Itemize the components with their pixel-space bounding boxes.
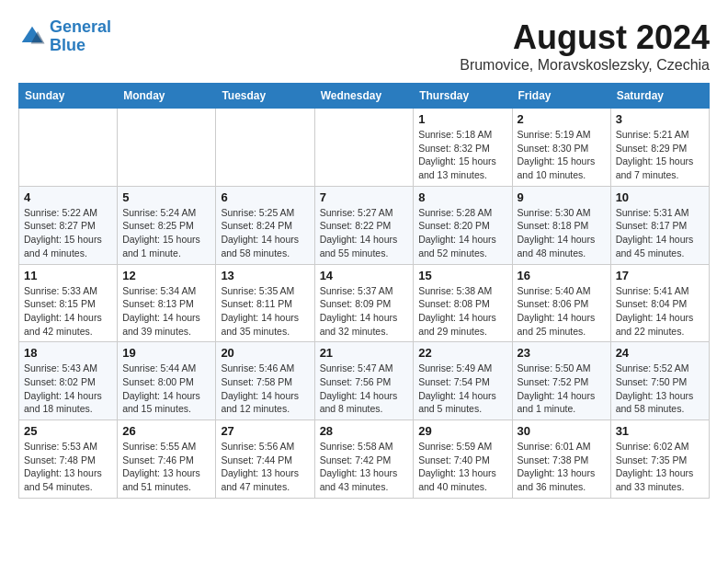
day-cell: 26Sunrise: 5:55 AM Sunset: 7:46 PM Dayli… bbox=[118, 420, 216, 499]
day-header-thursday: Thursday bbox=[414, 84, 512, 109]
day-info: Sunrise: 5:25 AM Sunset: 8:24 PM Dayligh… bbox=[221, 206, 309, 260]
day-cell bbox=[314, 109, 414, 187]
day-cell: 1Sunrise: 5:18 AM Sunset: 8:32 PM Daylig… bbox=[414, 109, 512, 187]
day-info: Sunrise: 5:21 AM Sunset: 8:29 PM Dayligh… bbox=[616, 128, 704, 182]
day-cell: 28Sunrise: 5:58 AM Sunset: 7:42 PM Dayli… bbox=[314, 420, 414, 499]
week-row-3: 11Sunrise: 5:33 AM Sunset: 8:15 PM Dayli… bbox=[19, 264, 710, 342]
day-info: Sunrise: 5:56 AM Sunset: 7:44 PM Dayligh… bbox=[221, 440, 309, 494]
day-info: Sunrise: 5:43 AM Sunset: 8:02 PM Dayligh… bbox=[24, 362, 112, 416]
day-info: Sunrise: 5:19 AM Sunset: 8:30 PM Dayligh… bbox=[518, 128, 606, 182]
day-number: 29 bbox=[418, 424, 506, 438]
day-cell: 7Sunrise: 5:27 AM Sunset: 8:22 PM Daylig… bbox=[314, 186, 414, 264]
day-number: 30 bbox=[518, 424, 606, 438]
day-info: Sunrise: 5:40 AM Sunset: 8:06 PM Dayligh… bbox=[518, 284, 606, 339]
day-cell: 11Sunrise: 5:33 AM Sunset: 8:15 PM Dayli… bbox=[19, 264, 118, 342]
calendar: SundayMondayTuesdayWednesdayThursdayFrid… bbox=[18, 83, 710, 499]
day-cell: 2Sunrise: 5:19 AM Sunset: 8:30 PM Daylig… bbox=[512, 109, 610, 187]
day-info: Sunrise: 5:49 AM Sunset: 7:54 PM Dayligh… bbox=[418, 362, 506, 416]
day-header-sunday: Sunday bbox=[19, 84, 118, 109]
day-number: 27 bbox=[221, 424, 309, 438]
day-header-monday: Monday bbox=[118, 84, 216, 109]
day-info: Sunrise: 5:41 AM Sunset: 8:04 PM Dayligh… bbox=[616, 284, 704, 339]
day-info: Sunrise: 5:31 AM Sunset: 8:17 PM Dayligh… bbox=[616, 206, 704, 260]
day-number: 13 bbox=[221, 269, 309, 282]
day-info: Sunrise: 5:59 AM Sunset: 7:40 PM Dayligh… bbox=[418, 440, 506, 494]
page-header: General Blue August 2024 Brumovice, Mora… bbox=[18, 18, 710, 74]
day-number: 7 bbox=[320, 190, 409, 204]
logo-line1: General bbox=[50, 17, 111, 36]
day-cell: 13Sunrise: 5:35 AM Sunset: 8:11 PM Dayli… bbox=[216, 264, 314, 342]
day-info: Sunrise: 5:46 AM Sunset: 7:58 PM Dayligh… bbox=[221, 362, 309, 416]
day-header-tuesday: Tuesday bbox=[216, 84, 314, 109]
day-cell bbox=[216, 109, 314, 187]
day-cell: 31Sunrise: 6:02 AM Sunset: 7:35 PM Dayli… bbox=[610, 420, 709, 499]
day-cell: 3Sunrise: 5:21 AM Sunset: 8:29 PM Daylig… bbox=[610, 109, 709, 187]
day-cell: 17Sunrise: 5:41 AM Sunset: 8:04 PM Dayli… bbox=[610, 264, 709, 342]
day-info: Sunrise: 6:01 AM Sunset: 7:38 PM Dayligh… bbox=[518, 440, 606, 494]
day-number: 25 bbox=[24, 424, 112, 438]
logo-line2: Blue bbox=[50, 36, 85, 54]
day-cell: 4Sunrise: 5:22 AM Sunset: 8:27 PM Daylig… bbox=[19, 186, 118, 264]
day-header-friday: Friday bbox=[512, 84, 610, 109]
day-number: 17 bbox=[616, 269, 704, 282]
day-number: 31 bbox=[616, 424, 704, 438]
day-number: 11 bbox=[24, 269, 112, 282]
day-cell: 6Sunrise: 5:25 AM Sunset: 8:24 PM Daylig… bbox=[216, 186, 314, 264]
day-info: Sunrise: 5:35 AM Sunset: 8:11 PM Dayligh… bbox=[221, 284, 309, 339]
day-info: Sunrise: 5:58 AM Sunset: 7:42 PM Dayligh… bbox=[320, 440, 409, 494]
day-cell: 18Sunrise: 5:43 AM Sunset: 8:02 PM Dayli… bbox=[19, 342, 118, 420]
day-cell: 30Sunrise: 6:01 AM Sunset: 7:38 PM Dayli… bbox=[512, 420, 610, 499]
day-cell: 29Sunrise: 5:59 AM Sunset: 7:40 PM Dayli… bbox=[414, 420, 512, 499]
day-number: 6 bbox=[221, 190, 309, 204]
title-block: August 2024 Brumovice, Moravskoslezsky, … bbox=[460, 18, 710, 74]
day-cell bbox=[118, 109, 216, 187]
day-number: 26 bbox=[122, 424, 210, 438]
day-number: 1 bbox=[418, 112, 506, 126]
day-header-wednesday: Wednesday bbox=[314, 84, 414, 109]
day-info: Sunrise: 5:28 AM Sunset: 8:20 PM Dayligh… bbox=[418, 206, 506, 260]
day-number: 9 bbox=[518, 190, 606, 204]
day-info: Sunrise: 5:47 AM Sunset: 7:56 PM Dayligh… bbox=[320, 362, 409, 416]
week-row-5: 25Sunrise: 5:53 AM Sunset: 7:48 PM Dayli… bbox=[19, 420, 710, 499]
day-cell: 23Sunrise: 5:50 AM Sunset: 7:52 PM Dayli… bbox=[512, 342, 610, 420]
day-info: Sunrise: 5:44 AM Sunset: 8:00 PM Dayligh… bbox=[122, 362, 210, 416]
day-number: 20 bbox=[221, 346, 309, 360]
day-cell: 12Sunrise: 5:34 AM Sunset: 8:13 PM Dayli… bbox=[118, 264, 216, 342]
calendar-header: SundayMondayTuesdayWednesdayThursdayFrid… bbox=[19, 84, 710, 109]
day-info: Sunrise: 5:53 AM Sunset: 7:48 PM Dayligh… bbox=[24, 440, 112, 494]
day-number: 4 bbox=[24, 190, 112, 204]
logo-icon bbox=[18, 23, 46, 51]
day-number: 8 bbox=[418, 190, 506, 204]
day-cell: 15Sunrise: 5:38 AM Sunset: 8:08 PM Dayli… bbox=[414, 264, 512, 342]
logo-text: General Blue bbox=[50, 18, 111, 55]
day-cell: 19Sunrise: 5:44 AM Sunset: 8:00 PM Dayli… bbox=[118, 342, 216, 420]
day-number: 15 bbox=[418, 269, 506, 282]
month-year: August 2024 bbox=[460, 18, 710, 57]
day-info: Sunrise: 5:18 AM Sunset: 8:32 PM Dayligh… bbox=[418, 128, 506, 182]
logo: General Blue bbox=[18, 18, 111, 55]
day-number: 23 bbox=[518, 346, 606, 360]
day-number: 22 bbox=[418, 346, 506, 360]
day-number: 10 bbox=[616, 190, 704, 204]
day-number: 18 bbox=[24, 346, 112, 360]
day-cell: 21Sunrise: 5:47 AM Sunset: 7:56 PM Dayli… bbox=[314, 342, 414, 420]
calendar-body: 1Sunrise: 5:18 AM Sunset: 8:32 PM Daylig… bbox=[19, 109, 710, 499]
day-info: Sunrise: 5:33 AM Sunset: 8:15 PM Dayligh… bbox=[24, 284, 112, 339]
location: Brumovice, Moravskoslezsky, Czechia bbox=[460, 57, 710, 74]
day-cell: 9Sunrise: 5:30 AM Sunset: 8:18 PM Daylig… bbox=[512, 186, 610, 264]
day-info: Sunrise: 5:38 AM Sunset: 8:08 PM Dayligh… bbox=[418, 284, 506, 339]
day-cell: 14Sunrise: 5:37 AM Sunset: 8:09 PM Dayli… bbox=[314, 264, 414, 342]
day-cell bbox=[19, 109, 118, 187]
day-info: Sunrise: 6:02 AM Sunset: 7:35 PM Dayligh… bbox=[616, 440, 704, 494]
week-row-2: 4Sunrise: 5:22 AM Sunset: 8:27 PM Daylig… bbox=[19, 186, 710, 264]
day-number: 3 bbox=[616, 112, 704, 126]
day-header-saturday: Saturday bbox=[610, 84, 709, 109]
day-number: 19 bbox=[122, 346, 210, 360]
day-info: Sunrise: 5:30 AM Sunset: 8:18 PM Dayligh… bbox=[518, 206, 606, 260]
day-info: Sunrise: 5:37 AM Sunset: 8:09 PM Dayligh… bbox=[320, 284, 409, 339]
day-number: 5 bbox=[122, 190, 210, 204]
day-number: 2 bbox=[518, 112, 606, 126]
day-number: 16 bbox=[518, 269, 606, 282]
day-info: Sunrise: 5:55 AM Sunset: 7:46 PM Dayligh… bbox=[122, 440, 210, 494]
day-cell: 16Sunrise: 5:40 AM Sunset: 8:06 PM Dayli… bbox=[512, 264, 610, 342]
